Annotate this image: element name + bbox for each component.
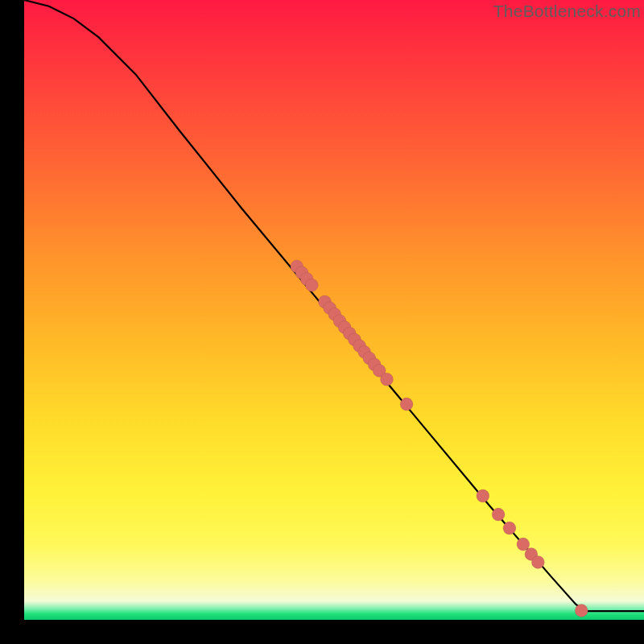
scatter-points: [291, 260, 588, 617]
plot-area: TheBottleneck.com: [24, 0, 644, 620]
chart-frame: TheBottleneck.com: [0, 0, 644, 644]
data-point: [380, 373, 393, 386]
data-point: [492, 508, 505, 521]
data-point: [305, 279, 318, 291]
data-point: [531, 555, 544, 568]
watermark-text: TheBottleneck.com: [493, 2, 641, 21]
data-point: [503, 522, 516, 535]
data-point: [477, 489, 489, 502]
data-point: [575, 604, 588, 617]
chart-svg: [24, 0, 644, 620]
data-point: [400, 398, 413, 411]
